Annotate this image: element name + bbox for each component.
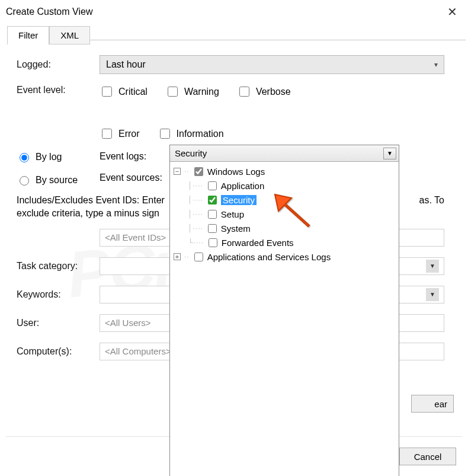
eventlogs-tree: − ·· Windows Logs │···· Application │···… [170, 162, 399, 476]
label-eventsources: Event sources: [100, 172, 177, 183]
log-source-radios: By log By source [17, 151, 100, 186]
logged-dropdown[interactable]: Last hour ▾ [100, 55, 444, 74]
label-eventlevel: Event level: [17, 85, 100, 95]
radio-by-log[interactable]: By log [17, 151, 100, 162]
label-eventlogs: Event logs: [100, 151, 177, 162]
tree-node-application[interactable]: │···· Application [174, 178, 395, 193]
tab-strip: Filter XML [7, 26, 468, 44]
tree-node-windows-logs[interactable]: − ·· Windows Logs [174, 164, 395, 178]
label-user: User: [17, 318, 100, 328]
label-computers: Computer(s): [17, 346, 100, 357]
close-icon[interactable]: ✕ [444, 5, 461, 19]
cancel-button[interactable]: Cancel [399, 448, 456, 465]
check-information[interactable]: Information [158, 127, 224, 140]
tree-node-system[interactable]: │···· System [174, 221, 395, 235]
tree-node-security[interactable]: │···· Security [174, 193, 395, 207]
chevron-down-icon: ▾ [434, 60, 438, 69]
check-warning[interactable]: Warning [165, 85, 219, 98]
eventlogs-selected-text: Security [175, 148, 207, 158]
check-critical[interactable]: Critical [100, 85, 148, 98]
chevron-down-icon: ▼ [426, 288, 439, 301]
clear-button[interactable]: ear [411, 395, 454, 413]
chevron-down-icon: ▼ [426, 260, 439, 273]
check-error[interactable]: Error [100, 127, 140, 140]
label-taskcat: Task category: [17, 261, 100, 271]
tree-node-setup[interactable]: │···· Setup [174, 207, 395, 221]
tab-xml[interactable]: XML [49, 26, 90, 44]
tree-node-apps-services[interactable]: + ·· Applications and Services Logs [174, 250, 395, 264]
label-logged: Logged: [17, 59, 100, 70]
level-checks: Critical Warning Verbose Error Informati… [100, 85, 444, 140]
eventlogs-dropdown-header[interactable]: Security ▼ [170, 145, 399, 162]
check-verbose[interactable]: Verbose [237, 85, 291, 98]
chevron-down-icon[interactable]: ▼ [383, 148, 396, 159]
expand-icon[interactable]: + [174, 253, 181, 260]
eventlogs-dropdown-popup: Security ▼ − ·· Windows Logs │···· Appli… [169, 145, 399, 476]
radio-by-source[interactable]: By source [17, 174, 100, 186]
title-bar: Create Custom View ✕ [0, 0, 468, 23]
window-title: Create Custom View [6, 7, 92, 17]
logged-value: Last hour [106, 59, 146, 70]
tree-node-forwarded[interactable]: └···· Forwarded Events [174, 235, 395, 250]
collapse-icon[interactable]: − [174, 168, 181, 175]
tab-filter[interactable]: Filter [7, 26, 49, 44]
label-keywords: Keywords: [17, 289, 100, 300]
